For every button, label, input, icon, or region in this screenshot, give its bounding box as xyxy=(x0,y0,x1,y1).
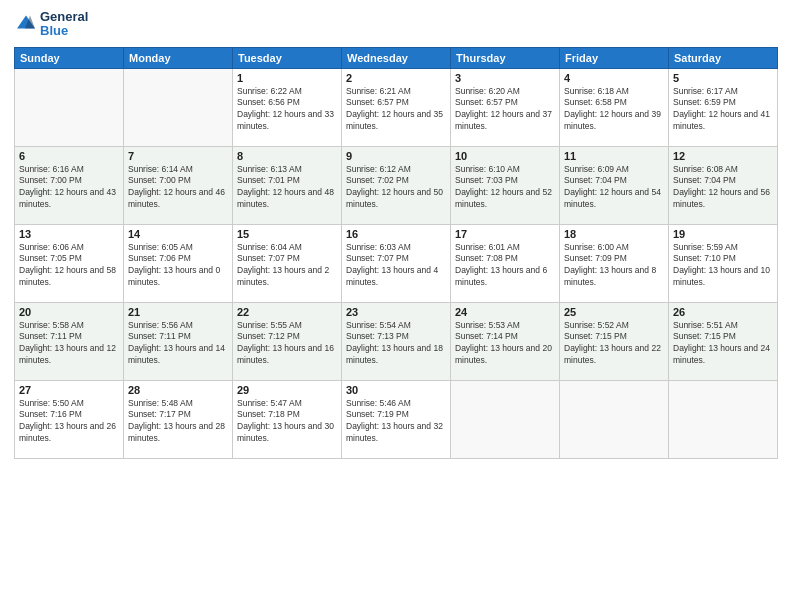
calendar-cell xyxy=(669,380,778,458)
day-info: Sunrise: 6:17 AMSunset: 6:59 PMDaylight:… xyxy=(673,86,773,134)
day-info: Sunrise: 5:46 AMSunset: 7:19 PMDaylight:… xyxy=(346,398,446,446)
day-number: 29 xyxy=(237,384,337,396)
weekday-header-cell: Tuesday xyxy=(233,47,342,68)
day-number: 5 xyxy=(673,72,773,84)
calendar-cell: 30Sunrise: 5:46 AMSunset: 7:19 PMDayligh… xyxy=(342,380,451,458)
day-info: Sunrise: 5:51 AMSunset: 7:15 PMDaylight:… xyxy=(673,320,773,368)
day-number: 4 xyxy=(564,72,664,84)
day-number: 14 xyxy=(128,228,228,240)
day-info: Sunrise: 6:00 AMSunset: 7:09 PMDaylight:… xyxy=(564,242,664,290)
day-info: Sunrise: 6:01 AMSunset: 7:08 PMDaylight:… xyxy=(455,242,555,290)
calendar-cell: 6Sunrise: 6:16 AMSunset: 7:00 PMDaylight… xyxy=(15,146,124,224)
calendar-cell: 10Sunrise: 6:10 AMSunset: 7:03 PMDayligh… xyxy=(451,146,560,224)
day-number: 12 xyxy=(673,150,773,162)
day-info: Sunrise: 6:06 AMSunset: 7:05 PMDaylight:… xyxy=(19,242,119,290)
calendar-cell: 26Sunrise: 5:51 AMSunset: 7:15 PMDayligh… xyxy=(669,302,778,380)
day-info: Sunrise: 6:08 AMSunset: 7:04 PMDaylight:… xyxy=(673,164,773,212)
day-info: Sunrise: 6:22 AMSunset: 6:56 PMDaylight:… xyxy=(237,86,337,134)
day-number: 1 xyxy=(237,72,337,84)
calendar-row: 27Sunrise: 5:50 AMSunset: 7:16 PMDayligh… xyxy=(15,380,778,458)
day-number: 23 xyxy=(346,306,446,318)
day-info: Sunrise: 6:09 AMSunset: 7:04 PMDaylight:… xyxy=(564,164,664,212)
calendar-cell: 25Sunrise: 5:52 AMSunset: 7:15 PMDayligh… xyxy=(560,302,669,380)
day-number: 9 xyxy=(346,150,446,162)
day-info: Sunrise: 6:20 AMSunset: 6:57 PMDaylight:… xyxy=(455,86,555,134)
day-info: Sunrise: 5:58 AMSunset: 7:11 PMDaylight:… xyxy=(19,320,119,368)
calendar-cell: 1Sunrise: 6:22 AMSunset: 6:56 PMDaylight… xyxy=(233,68,342,146)
day-number: 25 xyxy=(564,306,664,318)
calendar-cell: 19Sunrise: 5:59 AMSunset: 7:10 PMDayligh… xyxy=(669,224,778,302)
day-number: 3 xyxy=(455,72,555,84)
day-number: 20 xyxy=(19,306,119,318)
calendar-row: 1Sunrise: 6:22 AMSunset: 6:56 PMDaylight… xyxy=(15,68,778,146)
calendar-cell: 5Sunrise: 6:17 AMSunset: 6:59 PMDaylight… xyxy=(669,68,778,146)
calendar-cell: 27Sunrise: 5:50 AMSunset: 7:16 PMDayligh… xyxy=(15,380,124,458)
weekday-header-cell: Saturday xyxy=(669,47,778,68)
day-info: Sunrise: 5:59 AMSunset: 7:10 PMDaylight:… xyxy=(673,242,773,290)
day-info: Sunrise: 6:04 AMSunset: 7:07 PMDaylight:… xyxy=(237,242,337,290)
day-number: 2 xyxy=(346,72,446,84)
day-number: 11 xyxy=(564,150,664,162)
calendar-cell: 17Sunrise: 6:01 AMSunset: 7:08 PMDayligh… xyxy=(451,224,560,302)
day-info: Sunrise: 6:14 AMSunset: 7:00 PMDaylight:… xyxy=(128,164,228,212)
header: General Blue xyxy=(14,10,778,39)
calendar-cell: 18Sunrise: 6:00 AMSunset: 7:09 PMDayligh… xyxy=(560,224,669,302)
day-number: 26 xyxy=(673,306,773,318)
calendar-cell: 28Sunrise: 5:48 AMSunset: 7:17 PMDayligh… xyxy=(124,380,233,458)
day-info: Sunrise: 6:13 AMSunset: 7:01 PMDaylight:… xyxy=(237,164,337,212)
day-info: Sunrise: 5:47 AMSunset: 7:18 PMDaylight:… xyxy=(237,398,337,446)
day-number: 17 xyxy=(455,228,555,240)
day-info: Sunrise: 6:10 AMSunset: 7:03 PMDaylight:… xyxy=(455,164,555,212)
weekday-header-cell: Friday xyxy=(560,47,669,68)
calendar-cell: 23Sunrise: 5:54 AMSunset: 7:13 PMDayligh… xyxy=(342,302,451,380)
day-info: Sunrise: 6:16 AMSunset: 7:00 PMDaylight:… xyxy=(19,164,119,212)
day-info: Sunrise: 5:54 AMSunset: 7:13 PMDaylight:… xyxy=(346,320,446,368)
day-number: 8 xyxy=(237,150,337,162)
weekday-header-cell: Sunday xyxy=(15,47,124,68)
calendar-cell: 9Sunrise: 6:12 AMSunset: 7:02 PMDaylight… xyxy=(342,146,451,224)
calendar-cell: 2Sunrise: 6:21 AMSunset: 6:57 PMDaylight… xyxy=(342,68,451,146)
day-info: Sunrise: 6:18 AMSunset: 6:58 PMDaylight:… xyxy=(564,86,664,134)
day-info: Sunrise: 6:21 AMSunset: 6:57 PMDaylight:… xyxy=(346,86,446,134)
day-number: 22 xyxy=(237,306,337,318)
day-info: Sunrise: 5:56 AMSunset: 7:11 PMDaylight:… xyxy=(128,320,228,368)
logo-blue: Blue xyxy=(40,24,88,38)
calendar-cell: 16Sunrise: 6:03 AMSunset: 7:07 PMDayligh… xyxy=(342,224,451,302)
calendar-cell: 7Sunrise: 6:14 AMSunset: 7:00 PMDaylight… xyxy=(124,146,233,224)
day-number: 16 xyxy=(346,228,446,240)
calendar-cell: 21Sunrise: 5:56 AMSunset: 7:11 PMDayligh… xyxy=(124,302,233,380)
day-info: Sunrise: 6:03 AMSunset: 7:07 PMDaylight:… xyxy=(346,242,446,290)
day-info: Sunrise: 6:12 AMSunset: 7:02 PMDaylight:… xyxy=(346,164,446,212)
logo: General Blue xyxy=(14,10,88,39)
logo-general: General xyxy=(40,10,88,24)
day-info: Sunrise: 5:50 AMSunset: 7:16 PMDaylight:… xyxy=(19,398,119,446)
calendar-cell: 22Sunrise: 5:55 AMSunset: 7:12 PMDayligh… xyxy=(233,302,342,380)
day-number: 6 xyxy=(19,150,119,162)
calendar-cell: 15Sunrise: 6:04 AMSunset: 7:07 PMDayligh… xyxy=(233,224,342,302)
weekday-header-cell: Wednesday xyxy=(342,47,451,68)
weekday-header-cell: Thursday xyxy=(451,47,560,68)
calendar-cell: 29Sunrise: 5:47 AMSunset: 7:18 PMDayligh… xyxy=(233,380,342,458)
calendar-cell: 4Sunrise: 6:18 AMSunset: 6:58 PMDaylight… xyxy=(560,68,669,146)
calendar-cell: 24Sunrise: 5:53 AMSunset: 7:14 PMDayligh… xyxy=(451,302,560,380)
calendar-table: SundayMondayTuesdayWednesdayThursdayFrid… xyxy=(14,47,778,459)
day-number: 7 xyxy=(128,150,228,162)
calendar-cell: 20Sunrise: 5:58 AMSunset: 7:11 PMDayligh… xyxy=(15,302,124,380)
day-number: 30 xyxy=(346,384,446,396)
weekday-header-cell: Monday xyxy=(124,47,233,68)
day-info: Sunrise: 6:05 AMSunset: 7:06 PMDaylight:… xyxy=(128,242,228,290)
calendar-cell: 12Sunrise: 6:08 AMSunset: 7:04 PMDayligh… xyxy=(669,146,778,224)
day-number: 24 xyxy=(455,306,555,318)
day-number: 18 xyxy=(564,228,664,240)
calendar-body: 1Sunrise: 6:22 AMSunset: 6:56 PMDaylight… xyxy=(15,68,778,458)
day-number: 10 xyxy=(455,150,555,162)
calendar-cell: 3Sunrise: 6:20 AMSunset: 6:57 PMDaylight… xyxy=(451,68,560,146)
day-number: 15 xyxy=(237,228,337,240)
calendar-cell xyxy=(15,68,124,146)
day-number: 28 xyxy=(128,384,228,396)
day-info: Sunrise: 5:55 AMSunset: 7:12 PMDaylight:… xyxy=(237,320,337,368)
calendar-row: 20Sunrise: 5:58 AMSunset: 7:11 PMDayligh… xyxy=(15,302,778,380)
calendar-cell: 8Sunrise: 6:13 AMSunset: 7:01 PMDaylight… xyxy=(233,146,342,224)
day-number: 27 xyxy=(19,384,119,396)
day-number: 19 xyxy=(673,228,773,240)
